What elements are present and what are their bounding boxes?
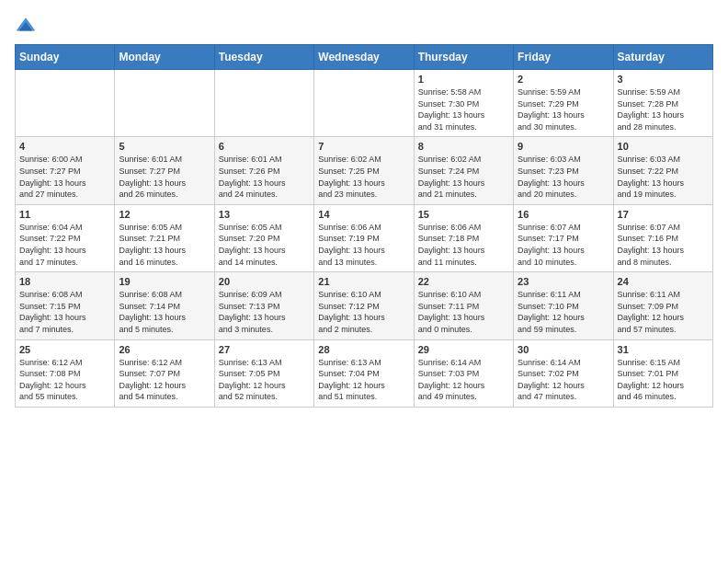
calendar-header-row: SundayMondayTuesdayWednesdayThursdayFrid… xyxy=(16,45,713,70)
day-number: 17 xyxy=(618,209,709,220)
calendar-cell: 31Sunrise: 6:15 AM Sunset: 7:01 PM Dayli… xyxy=(613,339,712,407)
calendar-cell: 23Sunrise: 6:11 AM Sunset: 7:10 PM Dayli… xyxy=(514,272,613,339)
day-info: Sunrise: 5:59 AM Sunset: 7:29 PM Dayligh… xyxy=(518,86,609,132)
calendar-cell: 3Sunrise: 5:59 AM Sunset: 7:28 PM Daylig… xyxy=(613,70,712,137)
calendar-cell: 22Sunrise: 6:10 AM Sunset: 7:11 PM Dayli… xyxy=(414,272,513,339)
day-number: 2 xyxy=(518,74,609,85)
calendar-cell: 6Sunrise: 6:01 AM Sunset: 7:26 PM Daylig… xyxy=(214,137,313,204)
day-number: 5 xyxy=(119,141,210,152)
calendar-cell: 21Sunrise: 6:10 AM Sunset: 7:12 PM Dayli… xyxy=(314,272,414,339)
day-number: 31 xyxy=(618,344,709,355)
calendar-week-row: 11Sunrise: 6:04 AM Sunset: 7:22 PM Dayli… xyxy=(16,204,713,271)
calendar-cell: 14Sunrise: 6:06 AM Sunset: 7:19 PM Dayli… xyxy=(314,204,414,271)
day-info: Sunrise: 6:08 AM Sunset: 7:14 PM Dayligh… xyxy=(119,289,210,335)
day-info: Sunrise: 6:05 AM Sunset: 7:20 PM Dayligh… xyxy=(219,222,310,268)
day-info: Sunrise: 6:12 AM Sunset: 7:07 PM Dayligh… xyxy=(119,357,210,403)
day-number: 9 xyxy=(518,141,609,152)
page-header xyxy=(15,15,713,37)
calendar-cell: 25Sunrise: 6:12 AM Sunset: 7:08 PM Dayli… xyxy=(16,339,115,407)
day-number: 26 xyxy=(119,344,210,355)
day-info: Sunrise: 6:03 AM Sunset: 7:22 PM Dayligh… xyxy=(618,154,709,200)
logo xyxy=(15,15,40,37)
day-number: 19 xyxy=(119,276,210,287)
calendar-cell: 7Sunrise: 6:02 AM Sunset: 7:25 PM Daylig… xyxy=(314,137,414,204)
day-info: Sunrise: 6:05 AM Sunset: 7:21 PM Dayligh… xyxy=(119,222,210,268)
day-info: Sunrise: 6:14 AM Sunset: 7:02 PM Dayligh… xyxy=(518,357,609,403)
day-info: Sunrise: 6:13 AM Sunset: 7:05 PM Dayligh… xyxy=(219,357,310,403)
calendar-cell: 30Sunrise: 6:14 AM Sunset: 7:02 PM Dayli… xyxy=(514,339,613,407)
calendar-cell: 27Sunrise: 6:13 AM Sunset: 7:05 PM Dayli… xyxy=(214,339,313,407)
calendar-header-saturday: Saturday xyxy=(613,45,712,70)
day-number: 29 xyxy=(418,344,509,355)
calendar-cell: 28Sunrise: 6:13 AM Sunset: 7:04 PM Dayli… xyxy=(314,339,414,407)
day-number: 8 xyxy=(418,141,509,152)
calendar-cell: 11Sunrise: 6:04 AM Sunset: 7:22 PM Dayli… xyxy=(16,204,115,271)
day-info: Sunrise: 6:02 AM Sunset: 7:24 PM Dayligh… xyxy=(418,154,509,200)
day-number: 20 xyxy=(219,276,310,287)
calendar-cell: 1Sunrise: 5:58 AM Sunset: 7:30 PM Daylig… xyxy=(414,70,513,137)
calendar-cell: 17Sunrise: 6:07 AM Sunset: 7:16 PM Dayli… xyxy=(613,204,712,271)
calendar-cell: 20Sunrise: 6:09 AM Sunset: 7:13 PM Dayli… xyxy=(214,272,313,339)
day-number: 24 xyxy=(618,276,709,287)
calendar-table: SundayMondayTuesdayWednesdayThursdayFrid… xyxy=(15,44,713,408)
calendar-cell: 15Sunrise: 6:06 AM Sunset: 7:18 PM Dayli… xyxy=(414,204,513,271)
day-info: Sunrise: 6:15 AM Sunset: 7:01 PM Dayligh… xyxy=(618,357,709,403)
day-number: 4 xyxy=(19,141,110,152)
calendar-cell: 29Sunrise: 6:14 AM Sunset: 7:03 PM Dayli… xyxy=(414,339,513,407)
day-number: 6 xyxy=(219,141,310,152)
day-number: 21 xyxy=(318,276,409,287)
day-info: Sunrise: 6:07 AM Sunset: 7:17 PM Dayligh… xyxy=(518,222,609,268)
calendar-cell: 10Sunrise: 6:03 AM Sunset: 7:22 PM Dayli… xyxy=(613,137,712,204)
calendar-header-friday: Friday xyxy=(514,45,613,70)
calendar-cell xyxy=(115,70,214,137)
day-info: Sunrise: 5:59 AM Sunset: 7:28 PM Dayligh… xyxy=(618,86,709,132)
day-number: 13 xyxy=(219,209,310,220)
calendar-header-tuesday: Tuesday xyxy=(214,45,313,70)
day-info: Sunrise: 6:12 AM Sunset: 7:08 PM Dayligh… xyxy=(19,357,110,403)
day-number: 28 xyxy=(318,344,409,355)
calendar-header-sunday: Sunday xyxy=(16,45,115,70)
day-info: Sunrise: 6:04 AM Sunset: 7:22 PM Dayligh… xyxy=(19,222,110,268)
day-info: Sunrise: 6:00 AM Sunset: 7:27 PM Dayligh… xyxy=(19,154,110,200)
calendar-cell: 4Sunrise: 6:00 AM Sunset: 7:27 PM Daylig… xyxy=(16,137,115,204)
calendar-cell: 9Sunrise: 6:03 AM Sunset: 7:23 PM Daylig… xyxy=(514,137,613,204)
day-info: Sunrise: 6:01 AM Sunset: 7:26 PM Dayligh… xyxy=(219,154,310,200)
day-number: 7 xyxy=(318,141,409,152)
calendar-cell xyxy=(314,70,414,137)
day-number: 27 xyxy=(219,344,310,355)
day-info: Sunrise: 6:09 AM Sunset: 7:13 PM Dayligh… xyxy=(219,289,310,335)
day-number: 10 xyxy=(618,141,709,152)
calendar-header-wednesday: Wednesday xyxy=(314,45,414,70)
day-number: 23 xyxy=(518,276,609,287)
calendar-cell: 2Sunrise: 5:59 AM Sunset: 7:29 PM Daylig… xyxy=(514,70,613,137)
calendar-cell: 8Sunrise: 6:02 AM Sunset: 7:24 PM Daylig… xyxy=(414,137,513,204)
day-number: 1 xyxy=(418,74,509,85)
day-info: Sunrise: 6:14 AM Sunset: 7:03 PM Dayligh… xyxy=(418,357,509,403)
calendar-week-row: 25Sunrise: 6:12 AM Sunset: 7:08 PM Dayli… xyxy=(16,339,713,407)
calendar-cell xyxy=(214,70,313,137)
logo-icon xyxy=(15,15,37,37)
calendar-cell: 13Sunrise: 6:05 AM Sunset: 7:20 PM Dayli… xyxy=(214,204,313,271)
day-number: 3 xyxy=(618,74,709,85)
day-info: Sunrise: 6:02 AM Sunset: 7:25 PM Dayligh… xyxy=(318,154,409,200)
day-number: 12 xyxy=(119,209,210,220)
day-number: 18 xyxy=(19,276,110,287)
calendar-cell: 16Sunrise: 6:07 AM Sunset: 7:17 PM Dayli… xyxy=(514,204,613,271)
day-number: 15 xyxy=(418,209,509,220)
day-number: 30 xyxy=(518,344,609,355)
calendar-week-row: 18Sunrise: 6:08 AM Sunset: 7:15 PM Dayli… xyxy=(16,272,713,339)
day-number: 11 xyxy=(19,209,110,220)
calendar-cell: 12Sunrise: 6:05 AM Sunset: 7:21 PM Dayli… xyxy=(115,204,214,271)
calendar-cell: 18Sunrise: 6:08 AM Sunset: 7:15 PM Dayli… xyxy=(16,272,115,339)
day-info: Sunrise: 6:03 AM Sunset: 7:23 PM Dayligh… xyxy=(518,154,609,200)
day-info: Sunrise: 5:58 AM Sunset: 7:30 PM Dayligh… xyxy=(418,86,509,132)
day-info: Sunrise: 6:06 AM Sunset: 7:19 PM Dayligh… xyxy=(318,222,409,268)
day-info: Sunrise: 6:10 AM Sunset: 7:11 PM Dayligh… xyxy=(418,289,509,335)
day-info: Sunrise: 6:11 AM Sunset: 7:10 PM Dayligh… xyxy=(518,289,609,335)
day-info: Sunrise: 6:13 AM Sunset: 7:04 PM Dayligh… xyxy=(318,357,409,403)
day-number: 22 xyxy=(418,276,509,287)
calendar-header-monday: Monday xyxy=(115,45,214,70)
calendar-cell xyxy=(16,70,115,137)
day-number: 16 xyxy=(518,209,609,220)
calendar-cell: 24Sunrise: 6:11 AM Sunset: 7:09 PM Dayli… xyxy=(613,272,712,339)
